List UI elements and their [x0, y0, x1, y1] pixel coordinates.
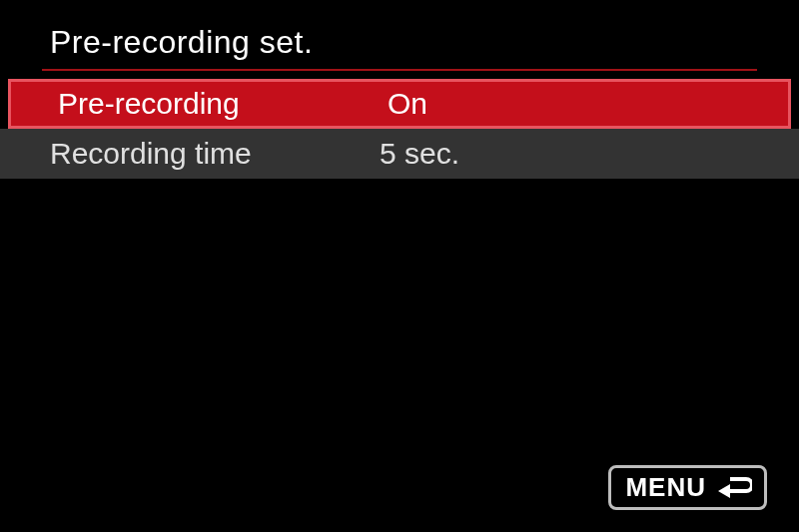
- menu-item-recording-time[interactable]: Recording time 5 sec.: [0, 129, 799, 179]
- return-icon: [716, 475, 752, 501]
- title-divider: [42, 69, 757, 71]
- camera-menu-screen: Pre-recording set. Pre-recording On Reco…: [0, 0, 799, 532]
- menu-item-value: 5 sec.: [380, 137, 799, 171]
- title-area: Pre-recording set.: [0, 0, 799, 69]
- menu-item-value: On: [388, 87, 788, 121]
- menu-button-label: MENU: [625, 472, 706, 503]
- menu-item-label: Pre-recording: [58, 87, 388, 121]
- menu-list: Pre-recording On Recording time 5 sec.: [0, 79, 799, 179]
- page-title: Pre-recording set.: [50, 24, 749, 61]
- menu-item-label: Recording time: [50, 137, 380, 171]
- menu-item-pre-recording[interactable]: Pre-recording On: [8, 79, 791, 129]
- menu-back-button[interactable]: MENU: [608, 465, 767, 510]
